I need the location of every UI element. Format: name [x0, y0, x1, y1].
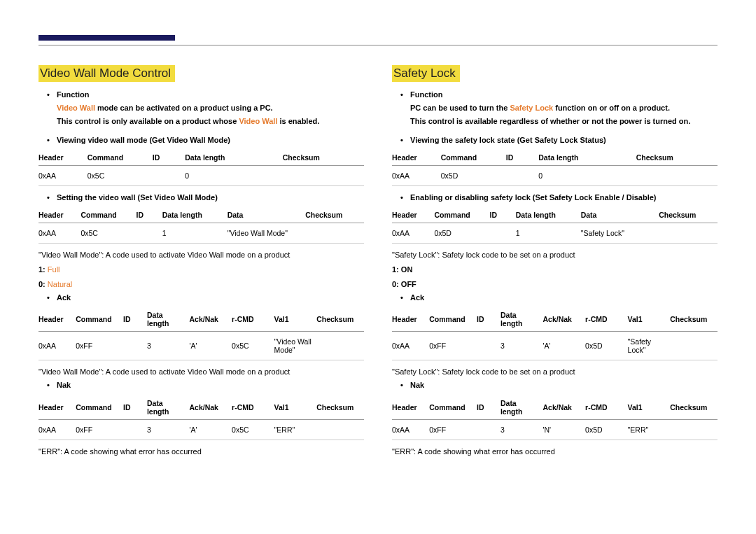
bullet-ack: • Ack: [47, 292, 364, 304]
bullet-view-mode: • Viewing video wall mode (Get Video Wal…: [47, 134, 364, 146]
err-desc-left: "ERR": A code showing what error has occ…: [38, 446, 364, 458]
table-set-video-wall: HeaderCommandIDData lengthDataChecksum 0…: [38, 206, 364, 244]
bullet-nak: • Nak: [47, 379, 364, 391]
bullet-set-r: • Enabling or disabling safety lock (Set…: [400, 192, 718, 204]
bullet-nak-r: • Nak: [400, 379, 718, 391]
right-column: Safety Lock • Function PC can be used to…: [392, 65, 718, 459]
desc-video-wall-mode: "Video Wall Mode": A code used to activa…: [38, 249, 364, 261]
func-desc-1: Video Wall mode can be activated on a pr…: [57, 102, 364, 114]
left-column: Video Wall Mode Control • Function Video…: [38, 65, 364, 459]
table-ack-left: HeaderCommandIDData lengthAck/Nakr-CMDVa…: [38, 307, 364, 360]
table-get-safety-lock: HeaderCommandIDData lengthChecksum 0xAA0…: [392, 149, 718, 186]
opt-on: 1: ON: [392, 264, 718, 276]
section-title-safety-lock: Safety Lock: [392, 65, 460, 82]
opt-full: 1: Full: [38, 264, 364, 276]
table-ack-right: HeaderCommandIDData lengthAck/Nakr-CMDVa…: [392, 307, 718, 360]
func-desc-r2: This control is available regardless of …: [410, 115, 718, 127]
two-column-layout: Video Wall Mode Control • Function Video…: [38, 65, 718, 459]
bullet-function-r: • Function: [400, 89, 718, 101]
table-nak-right: HeaderCommandIDData lengthAck/Nakr-CMDVa…: [392, 395, 718, 440]
horizontal-rule: [38, 45, 718, 45]
desc-safety-lock: "Safety Lock": Safety lock code to be se…: [392, 249, 718, 261]
func-desc-r1: PC can be used to turn the Safety Lock f…: [410, 102, 718, 114]
func-desc-2: This control is only available on a prod…: [57, 115, 364, 127]
err-desc-right: "ERR": A code showing what error has occ…: [392, 446, 718, 458]
opt-natural: 0: Natural: [38, 279, 364, 290]
table-get-video-wall: HeaderCommandIDData lengthChecksum 0xAA0…: [38, 149, 364, 186]
bullet-function: • Function: [47, 89, 364, 101]
section-title-video-wall: Video Wall Mode Control: [38, 65, 175, 82]
table-nak-left: HeaderCommandIDData lengthAck/Nakr-CMDVa…: [38, 395, 364, 440]
desc-video-wall-mode-2: "Video Wall Mode": A code used to activa…: [38, 366, 364, 378]
bullet-set-mode: • Setting the video wall (Set Video Wall…: [47, 192, 364, 204]
bullet-ack-r: • Ack: [400, 292, 718, 304]
header-bar: [38, 35, 175, 41]
table-set-safety-lock: HeaderCommandIDData lengthDataChecksum 0…: [392, 206, 718, 244]
opt-off: 0: OFF: [392, 279, 718, 290]
desc-safety-lock-2: "Safety Lock": Safety lock code to be se…: [392, 366, 718, 378]
bullet-view-r: • Viewing the safety lock state (Get Saf…: [400, 134, 718, 146]
